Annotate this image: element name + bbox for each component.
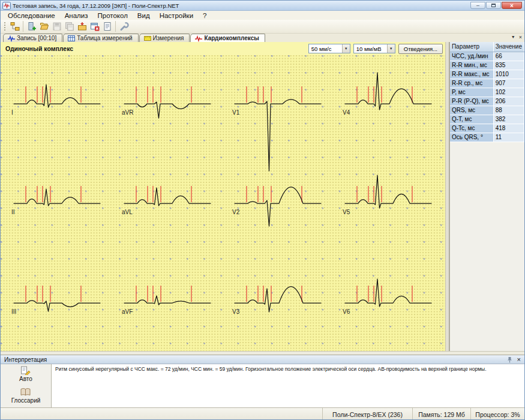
- close-exam-button[interactable]: [88, 20, 101, 32]
- auto-icon: [20, 366, 31, 375]
- new-exam-icon: [27, 22, 37, 31]
- ecg-grid: IaVRV1V4IIaVLV2V5IIIaVFV3V6: [1, 55, 445, 351]
- ecg-header: Одиночный комплекс 50 мм/с ▼ 10 мм/мВ ▼ …: [1, 42, 445, 55]
- lead-label: V2: [232, 209, 240, 215]
- parameter-row: R-R мин., мс835: [450, 61, 524, 70]
- parameter-row: R-R ср., мс907: [450, 79, 524, 88]
- lead-label: aVF: [122, 308, 133, 315]
- parameter-row: QRS, мс88: [450, 106, 524, 115]
- status-device: Поли-Спектр-8/ЕХ (236): [322, 408, 412, 420]
- ecg-view-title: Одиночный комплекс: [5, 45, 308, 52]
- status-empty: [1, 408, 322, 420]
- tabbar-buttons: ▼ ×: [511, 34, 522, 41]
- parameter-value: 907: [493, 79, 524, 88]
- pin-icon[interactable]: [507, 356, 512, 363]
- tab-label: Запись [00:10]: [17, 35, 56, 41]
- maximize-button[interactable]: [486, 2, 501, 9]
- save-button: [50, 20, 63, 32]
- parameter-name: QRS, мс: [450, 106, 493, 115]
- app-window: Тестовая запись, 34 года, 17.12.2009 [ЭК…: [0, 0, 525, 420]
- tab-таблица-измерений[interactable]: Таблица измерений: [63, 34, 138, 42]
- export-icon: [77, 22, 87, 31]
- parameter-row: P, мс102: [450, 88, 524, 97]
- lead-label: aVR: [122, 109, 133, 116]
- lead-label: V6: [343, 308, 350, 315]
- parameter-name: P, мс: [450, 88, 493, 97]
- lead-label: V4: [343, 109, 350, 116]
- settings-button[interactable]: [118, 20, 130, 32]
- tab-кардиокомплексы[interactable]: Кардиокомплексы: [190, 34, 265, 42]
- tab-list-dropdown-icon[interactable]: ▼: [511, 34, 515, 40]
- parameter-value: 835: [493, 61, 524, 70]
- lead-label: III: [11, 308, 16, 315]
- toolbar-grip[interactable]: [4, 22, 7, 31]
- chevron-down-icon[interactable]: ▼: [387, 44, 395, 53]
- window-title: Тестовая запись, 34 года, 17.12.2009 [ЭК…: [13, 2, 470, 9]
- toolbar: [1, 20, 524, 34]
- lead-label: II: [11, 209, 15, 215]
- tab-измерения[interactable]: Измерения: [139, 34, 190, 42]
- chevron-down-icon[interactable]: ▼: [342, 44, 350, 53]
- ecg-lead-V6: V6: [337, 260, 445, 351]
- open-exam-icon: [40, 22, 49, 31]
- parameter-name: Q-Tc, мс: [450, 124, 493, 133]
- gain-select[interactable]: 10 мм/мВ ▼: [353, 44, 395, 53]
- parameter-row: Ось QRS, °11: [450, 133, 524, 142]
- parameter-name: R-R ср., мс: [450, 79, 493, 88]
- parameter-name: Q-T, мс: [450, 115, 493, 124]
- parameter-value: 102: [493, 88, 524, 97]
- wrench-icon: [119, 22, 129, 31]
- protocol-button[interactable]: [101, 20, 113, 32]
- open-exam-button[interactable]: [38, 20, 50, 32]
- parameter-value: 88: [493, 106, 524, 115]
- menu-item-5[interactable]: Настройки: [155, 12, 198, 19]
- lead-label: V3: [232, 308, 240, 315]
- ecg-area: Одиночный комплекс 50 мм/с ▼ 10 мм/мВ ▼ …: [1, 42, 445, 351]
- tab-close-icon[interactable]: ×: [519, 34, 522, 40]
- lead-label: V5: [343, 209, 350, 215]
- vertical-splitter[interactable]: [445, 42, 449, 351]
- menu-item-4[interactable]: Вид: [133, 12, 155, 19]
- leads-button[interactable]: Отведения...: [398, 44, 443, 54]
- parameter-name: R-R мин., мс: [450, 61, 493, 70]
- tab-bar: Запись [00:10]Таблица измеренийИзмерения…: [1, 34, 524, 42]
- menu-item-6[interactable]: ?: [198, 12, 211, 19]
- toolbar-separator: [115, 21, 116, 32]
- tab-запись-00-10-[interactable]: Запись [00:10]: [3, 34, 62, 42]
- interpretation-body: АвтоГлоссарий Ритм синусовый нерегулярны…: [1, 364, 524, 407]
- auto-button[interactable]: Авто: [19, 366, 32, 382]
- measure-icon: [144, 35, 151, 42]
- minimize-button[interactable]: –: [470, 2, 485, 9]
- status-bar: Поли-Спектр-8/ЕХ (236) Память: 129 Мб Пр…: [1, 407, 524, 420]
- close-button[interactable]: ×: [502, 2, 522, 9]
- status-cpu: Процессор: 3%: [470, 408, 524, 420]
- parameters-panel: Параметр Значение ЧСС, уд./мин66R-R мин.…: [449, 42, 524, 351]
- interpretation-buttons: АвтоГлоссарий: [1, 364, 52, 407]
- lead-label: aVL: [122, 209, 133, 215]
- tab-label: Таблица измерений: [77, 35, 132, 41]
- menu-item-3[interactable]: Протокол: [93, 12, 133, 19]
- lead-label: I: [11, 109, 13, 116]
- protocol-icon: [103, 22, 112, 31]
- param-column-header[interactable]: Параметр: [450, 42, 493, 52]
- menu-item-2[interactable]: Анализ: [60, 12, 93, 19]
- new-exam-button[interactable]: [25, 20, 38, 32]
- glossary-button[interactable]: Глоссарий: [11, 388, 41, 404]
- title-bar: Тестовая запись, 34 года, 17.12.2009 [ЭК…: [1, 1, 524, 11]
- close-panel-icon[interactable]: ×: [517, 356, 521, 362]
- parameter-name: P-R (P-Q), мс: [450, 97, 493, 106]
- export-button[interactable]: [76, 20, 88, 32]
- speed-select[interactable]: 50 мм/с ▼: [308, 44, 350, 53]
- value-column-header[interactable]: Значение: [493, 42, 524, 52]
- parameters-table: Параметр Значение ЧСС, уд./мин66R-R мин.…: [450, 42, 524, 142]
- window-controls: – ×: [470, 2, 522, 9]
- parameter-value: 1010: [493, 70, 524, 79]
- cardio-icon: [195, 35, 202, 42]
- parameter-row: P-R (P-Q), мс206: [450, 97, 524, 106]
- tab-label: Кардиокомплексы: [204, 35, 259, 41]
- tab-label: Измерения: [153, 35, 184, 41]
- exam-tree-button[interactable]: [8, 20, 21, 32]
- table-icon: [68, 35, 75, 42]
- parameter-row: Q-T, мс382: [450, 115, 524, 124]
- menu-item-1[interactable]: Обследование: [3, 12, 60, 19]
